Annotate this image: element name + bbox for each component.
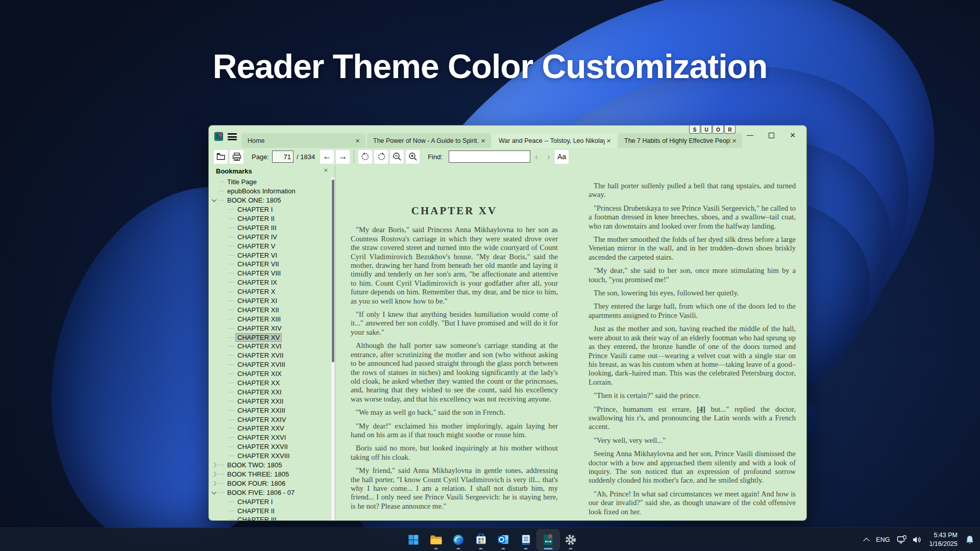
next-page-button[interactable]: → xyxy=(336,150,350,164)
bookmark-label: CHAPTER X xyxy=(236,288,277,295)
bookmark-item[interactable]: CHAPTER V xyxy=(209,241,331,251)
bookmark-item[interactable]: BOOK ONE: 1805 xyxy=(209,196,331,205)
bookmark-item[interactable]: CHAPTER I xyxy=(209,205,331,214)
tree-connector xyxy=(229,264,234,264)
bookmark-item[interactable]: CHAPTER III xyxy=(209,515,331,520)
bookmark-item[interactable]: BOOK FOUR: 1806 xyxy=(209,479,331,488)
reader-window: Home × The Power of Now - A Guide to Spi… xyxy=(208,125,807,521)
language-indicator[interactable]: ENG xyxy=(876,536,890,543)
bookmark-item[interactable]: CHAPTER XV xyxy=(209,333,331,342)
document-tab[interactable]: War and Peace -- Tolstoy, Leo Nikolay...… xyxy=(493,133,617,148)
logo-letter: O xyxy=(713,126,724,134)
expander-slot xyxy=(212,472,218,476)
bookmark-item[interactable]: BOOK TWO: 1805 xyxy=(209,461,331,470)
notepad-button[interactable] xyxy=(514,530,537,550)
scrollbar-thumb[interactable] xyxy=(332,180,334,362)
bookmark-item[interactable]: CHAPTER IV xyxy=(209,232,331,241)
find-previous-icon[interactable]: ‹ xyxy=(530,152,543,162)
find-input[interactable] xyxy=(449,151,530,163)
bookmark-item[interactable]: CHAPTER X xyxy=(209,287,331,296)
bookmark-item[interactable]: CHAPTER IX xyxy=(209,278,331,287)
bookmark-item[interactable]: CHAPTER XXI xyxy=(209,387,331,396)
chevron-down-icon[interactable] xyxy=(212,197,217,202)
bookmark-item[interactable]: CHAPTER III xyxy=(209,223,331,232)
chevron-right-icon[interactable] xyxy=(212,463,217,468)
rotate-right-button[interactable] xyxy=(374,150,388,164)
document-tab[interactable]: Home × xyxy=(241,133,365,148)
bookmark-item[interactable]: CHAPTER XVIII xyxy=(209,360,331,369)
rotate-left-button[interactable] xyxy=(358,150,372,164)
bookmark-item[interactable]: CHAPTER XXV xyxy=(209,424,331,433)
document-tab[interactable]: The Power of Now - A Guide to Spirit... … xyxy=(367,133,491,148)
bookmark-item[interactable]: CHAPTER XII xyxy=(209,305,331,314)
print-button[interactable] xyxy=(230,150,243,164)
zoom-in-button[interactable] xyxy=(406,150,420,164)
tree-connector xyxy=(229,209,234,210)
minimize-button[interactable] xyxy=(739,128,761,143)
chevron-right-icon[interactable] xyxy=(212,471,217,477)
bookmark-item[interactable]: BOOK THREE: 1805 xyxy=(209,470,331,479)
menu-icon[interactable] xyxy=(228,133,237,140)
body-paragraph: They entered the large hall, from which … xyxy=(589,302,796,320)
bookmark-item[interactable]: CHAPTER XXVIII xyxy=(209,452,331,461)
zoom-out-button[interactable] xyxy=(390,150,404,164)
page-number-input[interactable] xyxy=(272,151,293,163)
footnote-reference[interactable]: [4] xyxy=(697,405,705,413)
bookmark-item[interactable]: CHAPTER XIX xyxy=(209,369,331,379)
ebook-reader-button[interactable]: MOBI xyxy=(537,530,559,550)
outlook-button[interactable] xyxy=(492,530,514,550)
bookmark-item[interactable]: CHAPTER XI xyxy=(209,296,331,306)
notification-bell-icon[interactable] xyxy=(965,535,975,545)
file-explorer-button[interactable] xyxy=(425,530,447,550)
bookmark-label: CHAPTER VI xyxy=(236,252,279,259)
bookmark-item[interactable]: CHAPTER I xyxy=(209,497,331,506)
bookmark-item[interactable]: CHAPTER VII xyxy=(209,260,331,269)
bookmark-item[interactable]: CHAPTER XXII xyxy=(209,396,331,406)
settings-button[interactable] xyxy=(559,530,582,550)
bookmark-item[interactable]: epubBooks Information xyxy=(209,187,331,196)
open-file-button[interactable] xyxy=(214,150,228,164)
body-paragraph: "Ah, Prince! In what sad circumstances w… xyxy=(589,490,796,516)
tab-close-icon[interactable]: × xyxy=(605,136,612,145)
body-paragraph: The hall porter sullenly pulled a bell t… xyxy=(589,182,796,199)
bookmark-item[interactable]: CHAPTER XIII xyxy=(209,314,331,323)
previous-page-button[interactable]: ← xyxy=(320,150,334,164)
close-button[interactable]: × xyxy=(782,128,803,143)
document-tab[interactable]: The 7 Habits of Highly Effective Peopl..… xyxy=(618,133,742,148)
bookmark-item[interactable]: CHAPTER XXVII xyxy=(209,442,331,452)
sidebar-close-icon[interactable]: × xyxy=(324,166,328,174)
store-button[interactable] xyxy=(470,530,492,550)
chevron-down-icon[interactable] xyxy=(212,489,217,494)
bookmark-item[interactable]: CHAPTER VIII xyxy=(209,269,331,278)
bookmark-item[interactable]: CHAPTER XX xyxy=(209,379,331,388)
bookmark-item[interactable]: CHAPTER XXVI xyxy=(209,433,331,442)
tab-close-icon[interactable]: × xyxy=(354,136,361,145)
bookmark-item[interactable]: CHAPTER XXIV xyxy=(209,415,331,424)
sidebar-scrollbar[interactable] xyxy=(331,178,335,520)
tab-close-icon[interactable]: × xyxy=(730,136,738,145)
find-next-icon[interactable]: › xyxy=(543,152,555,162)
bookmark-item[interactable]: CHAPTER XIV xyxy=(209,323,331,333)
bookmark-item[interactable]: CHAPTER II xyxy=(209,506,331,515)
body-paragraph: Just as the mother and son, having reach… xyxy=(589,324,796,387)
bookmark-item[interactable]: CHAPTER II xyxy=(209,214,331,223)
match-case-button[interactable]: Aa xyxy=(555,150,569,164)
edge-button[interactable] xyxy=(447,530,470,550)
bookmark-item[interactable]: Title Page xyxy=(209,178,331,187)
bookmark-item[interactable]: CHAPTER VI xyxy=(209,251,331,260)
chevron-right-icon[interactable] xyxy=(212,481,217,486)
start-button[interactable] xyxy=(402,530,425,550)
tree-connector xyxy=(229,237,234,237)
bookmark-item[interactable]: CHAPTER XXIII xyxy=(209,406,331,415)
bookmark-item[interactable]: BOOK FIVE: 1806 - 07 xyxy=(209,488,331,497)
maximize-button[interactable] xyxy=(761,128,782,143)
tab-close-icon[interactable]: × xyxy=(479,136,487,145)
bookmark-item[interactable]: CHAPTER XVI xyxy=(209,342,331,351)
tree-connector xyxy=(229,246,234,246)
tray-overflow-chevron-icon[interactable] xyxy=(863,538,870,544)
clock[interactable]: 5:43 PM 1/16/2025 xyxy=(929,531,958,548)
minimize-icon xyxy=(747,135,753,136)
bookmark-item[interactable]: CHAPTER XVII xyxy=(209,351,331,360)
tray-icons[interactable] xyxy=(897,535,922,544)
bookmark-label: CHAPTER VIII xyxy=(236,269,282,277)
